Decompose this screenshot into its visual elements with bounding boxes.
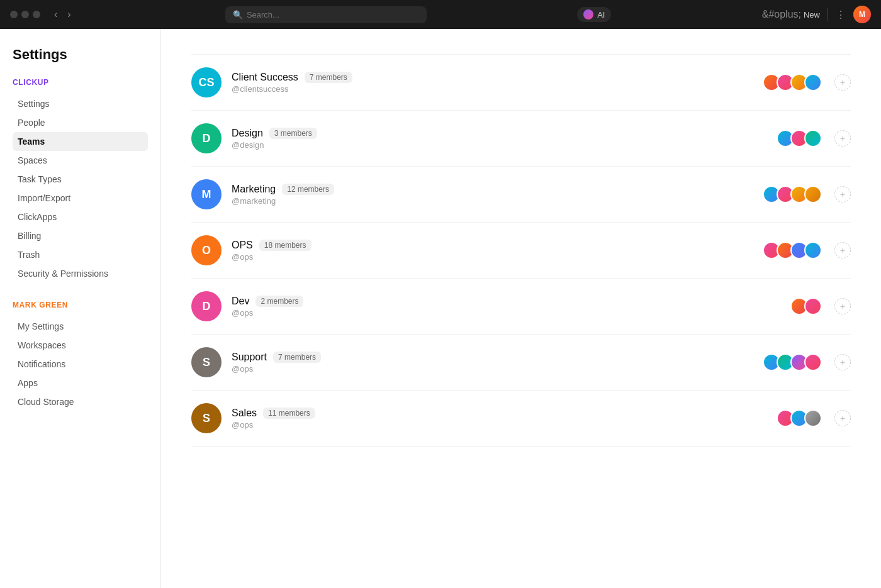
sidebar-item-spaces[interactable]: Spaces [13,151,148,170]
team-avatar-ops: O [191,235,222,265]
sidebar-section-mark: MARK GREEN [13,301,148,309]
sidebar-item-billing[interactable]: Billing [13,226,148,245]
add-member-button[interactable]: + [834,354,851,370]
sidebar-item-workspaces[interactable]: Workspaces [13,336,148,355]
team-row-marketing: MMarketing12 members@marketing+ [191,167,851,223]
user-avatar[interactable]: M [853,6,871,23]
team-name[interactable]: Client Success [232,72,298,83]
content-area: CSClient Success7 members@clientsuccess+… [161,29,881,588]
team-row-design: DDesign3 members@design+ [191,111,851,167]
sidebar-item-trash[interactable]: Trash [13,245,148,264]
sidebar-item-settings[interactable]: Settings [13,94,148,113]
team-member-badge: 12 members [282,184,334,195]
team-avatar-design: D [191,123,222,153]
member-avatar-2 [804,409,822,427]
team-handle: @marketing [232,196,753,206]
team-row-client-success: CSClient Success7 members@clientsuccess+ [191,54,851,111]
team-row-dev: DDev2 members@ops+ [191,279,851,335]
add-member-button[interactable]: + [834,130,851,147]
team-member-avatars [763,186,822,203]
sidebar-item-task-types[interactable]: Task Types [13,170,148,189]
search-icon: 🔍 [233,10,243,19]
topbar-right: &#oplus; New ⋮ M [762,6,871,23]
sidebar: Settings CLICKUP SettingsPeopleTeamsSpac… [0,29,161,588]
team-name[interactable]: Dev [232,296,249,307]
team-handle: @ops [232,308,780,318]
sidebar-item-security[interactable]: Security & Permissions [13,264,148,283]
team-member-avatars [763,241,822,259]
team-name-row: Support7 members [232,352,753,363]
new-button[interactable]: &#oplus; New [762,9,820,20]
member-avatar-3 [804,241,822,259]
member-avatar-3 [804,186,822,203]
sidebar-item-import-export[interactable]: Import/Export [13,189,148,208]
team-handle: @ops [232,364,753,374]
sidebar-item-apps[interactable]: Apps [13,374,148,392]
search-bar[interactable]: 🔍 [225,6,427,23]
sidebar-item-clickapps[interactable]: ClickApps [13,208,148,226]
team-member-avatars [763,353,822,371]
grid-icon[interactable]: ⋮ [836,9,846,21]
team-member-badge: 3 members [269,128,317,139]
sidebar-item-people[interactable]: People [13,113,148,132]
team-info-sales: Sales11 members@ops [232,408,766,430]
search-input[interactable] [247,10,419,19]
topbar: ‹ › 🔍 AI &#oplus; New ⋮ M [0,0,881,29]
team-name[interactable]: Sales [232,408,257,419]
add-member-button[interactable]: + [834,186,851,202]
ai-button[interactable]: AI [577,7,611,22]
team-info-marketing: Marketing12 members@marketing [232,184,753,206]
team-name-row: Client Success7 members [232,72,753,83]
new-label: New [804,10,820,19]
team-name[interactable]: Design [232,128,263,139]
team-member-badge: 7 members [273,352,321,363]
team-info-client-success: Client Success7 members@clientsuccess [232,72,753,94]
team-avatar-support: S [191,347,222,377]
team-info-dev: Dev2 members@ops [232,296,780,318]
sidebar-item-notifications[interactable]: Notifications [13,355,148,374]
team-avatar-dev: D [191,291,222,321]
team-info-design: Design3 members@design [232,128,766,150]
team-avatar-client-success: CS [191,67,222,97]
sidebar-item-teams[interactable]: Teams [13,132,148,151]
team-info-support: Support7 members@ops [232,352,753,374]
dot-green [33,11,40,18]
team-name[interactable]: Support [232,352,267,363]
divider [828,8,828,21]
dot-red [10,11,18,18]
team-member-badge: 2 members [255,296,303,307]
team-member-badge: 7 members [305,72,352,83]
team-avatar-sales: S [191,403,222,433]
nav-forward-button[interactable]: › [64,8,74,21]
team-name[interactable]: Marketing [232,184,276,195]
add-member-button[interactable]: + [834,410,851,426]
team-handle: @ops [232,420,766,430]
mark-nav: My SettingsWorkspacesNotificationsAppsCl… [13,317,148,411]
ai-icon [583,9,593,19]
member-avatar-3 [804,353,822,371]
sidebar-item-cloud-storage[interactable]: Cloud Storage [13,392,148,411]
nav-arrows: ‹ › [50,8,75,21]
team-row-support: SSupport7 members@ops+ [191,335,851,391]
add-member-button[interactable]: + [834,74,851,91]
add-member-button[interactable]: + [834,242,851,258]
team-member-avatars [777,409,822,427]
team-handle: @ops [232,252,753,262]
window-controls [10,11,40,18]
member-avatar-1 [804,297,822,315]
clickup-nav: SettingsPeopleTeamsSpacesTask TypesImpor… [13,94,148,283]
member-avatar-2 [804,130,822,147]
team-member-avatars [790,297,822,315]
team-info-ops: OPS18 members@ops [232,240,753,262]
team-handle: @clientsuccess [232,84,753,94]
team-avatar-marketing: M [191,179,222,209]
sidebar-item-my-settings[interactable]: My Settings [13,317,148,336]
plus-icon: &#oplus; [762,9,801,20]
team-name-row: Sales11 members [232,408,766,419]
team-row-ops: OOPS18 members@ops+ [191,223,851,279]
team-name[interactable]: OPS [232,240,253,251]
add-member-button[interactable]: + [834,298,851,314]
sidebar-section-clickup: CLICKUP [13,78,148,87]
nav-back-button[interactable]: ‹ [50,8,61,21]
member-avatar-3 [804,74,822,91]
